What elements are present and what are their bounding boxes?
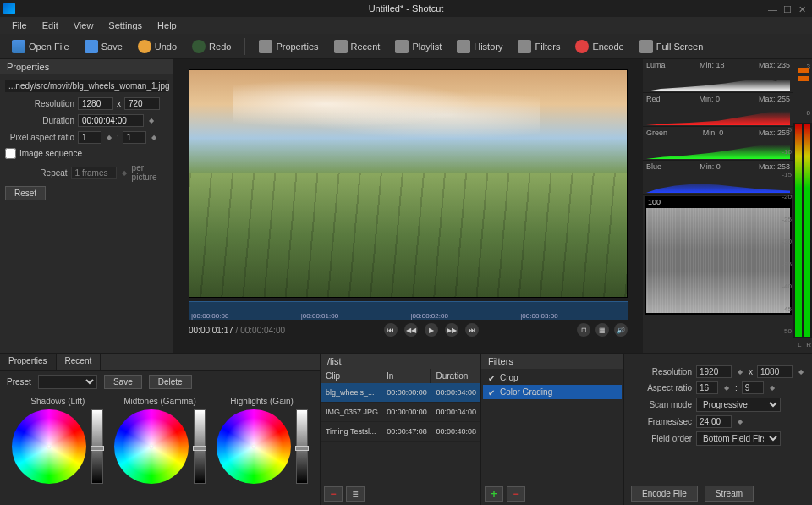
history-button[interactable]: History (452, 37, 508, 56)
duration-spinner-icon[interactable]: ◆ (147, 117, 156, 124)
preset-label: Preset (7, 377, 31, 387)
color-grading-panel: PropertiesRecent Preset Save Delete Shad… (0, 354, 320, 505)
playlist-column-header[interactable]: Clip (321, 369, 381, 383)
preset-delete-button[interactable]: Delete (149, 375, 192, 389)
play-icon[interactable]: ▶ (425, 323, 438, 337)
history-icon (457, 40, 470, 53)
resolution-height-input[interactable] (124, 97, 160, 110)
undo-button[interactable]: Undo (133, 37, 182, 56)
tab-recent[interactable]: Recent (57, 354, 102, 370)
filter-item[interactable]: ✔Color Grading (483, 385, 622, 399)
recent-button[interactable]: Recent (329, 37, 386, 56)
zoom-fit-icon[interactable]: ⊡ (577, 323, 590, 337)
encode-button[interactable]: Encode (570, 37, 628, 56)
preset-select[interactable] (38, 375, 97, 389)
preview-area: |00:00:00:00|00:00:01:00|00:00:02:00|00:… (173, 59, 643, 353)
redo-icon (192, 40, 206, 53)
grid-icon[interactable]: ▦ (595, 323, 609, 337)
toolbar: Open FileSaveUndoRedoPropertiesRecentPla… (0, 34, 812, 59)
image-sequence-checkbox[interactable] (5, 148, 16, 159)
luma-label: Luma (646, 61, 666, 69)
filter-remove-button[interactable]: − (507, 486, 525, 502)
luma-histogram (646, 71, 790, 91)
audio-meter-scale: -5-10-15-20-25-30-35-40-45-50 (778, 123, 792, 338)
window-title: Untitled* - Shotcut (369, 3, 444, 14)
field-order-select[interactable]: Bottom Field First (696, 431, 781, 446)
encode-file-button[interactable]: Encode File (631, 486, 698, 502)
ruler-tick: |00:00:02:00 (409, 312, 518, 320)
playlist-menu-button[interactable]: ≡ (346, 486, 365, 502)
preview-viewport[interactable] (189, 69, 628, 298)
luma-slider[interactable] (296, 409, 308, 484)
encode-height-input[interactable] (757, 365, 793, 378)
open-file-icon (12, 40, 25, 53)
scan-mode-select[interactable]: Progressive (696, 398, 781, 412)
filters-button[interactable]: Filters (513, 37, 565, 56)
skip-end-icon[interactable]: ⏭ (465, 323, 479, 337)
playlist-row[interactable]: IMG_0357.JPG00:00:00:0000:00:04:00 (321, 403, 480, 422)
waveform-scope: 100 (645, 196, 792, 315)
color-wheel[interactable] (217, 409, 291, 484)
encode-width-input[interactable] (696, 365, 732, 378)
menu-file[interactable]: File (5, 19, 34, 32)
properties-panel: Properties ...nedy/src/movit/blg_wheels_… (0, 59, 173, 353)
redo-button[interactable]: Redo (187, 37, 236, 56)
aspect-a-input[interactable] (696, 381, 718, 394)
resolution-width-input[interactable] (78, 97, 113, 110)
save-button[interactable]: Save (80, 37, 128, 56)
menu-settings[interactable]: Settings (102, 19, 149, 32)
undo-icon (138, 40, 151, 53)
blue-label: Blue (646, 162, 661, 171)
preset-save-button[interactable]: Save (104, 375, 142, 389)
ruler-tick: |00:00:01:00 (299, 312, 409, 320)
playlist-icon (395, 40, 409, 53)
audio-meter-right (804, 124, 810, 337)
open-file-button[interactable]: Open File (7, 37, 74, 56)
playlist-button[interactable]: Playlist (390, 37, 447, 56)
audio-meters: LR (793, 123, 812, 338)
menu-help[interactable]: Help (151, 19, 184, 32)
luma-slider[interactable] (91, 409, 103, 484)
filters-panel: Filters ✔Crop✔Color Grading + − (480, 354, 623, 505)
clip-indicator-icon (798, 76, 809, 81)
properties-button[interactable]: Properties (254, 37, 323, 56)
wheel-label: Shadows (Lift) (30, 397, 85, 406)
color-wheel[interactable] (114, 409, 189, 484)
playlist-column-header[interactable]: In (381, 369, 431, 383)
color-wheel[interactable] (12, 409, 86, 484)
window-close-icon[interactable]: ✕ (798, 4, 807, 13)
window-maximize-icon[interactable]: ☐ (783, 4, 792, 13)
par-b-input[interactable] (123, 131, 146, 144)
luma-slider[interactable] (194, 409, 206, 484)
skip-start-icon[interactable]: ⏮ (384, 323, 398, 337)
aspect-b-input[interactable] (742, 381, 764, 394)
filter-item[interactable]: ✔Crop (483, 371, 622, 385)
full-screen-icon (639, 40, 653, 53)
timeline-ruler[interactable]: |00:00:00:00|00:00:01:00|00:00:02:00|00:… (189, 301, 628, 320)
playlist-row[interactable]: blg_wheels_...00:00:00:0000:00:04:00 (321, 383, 480, 403)
ruler-tick: |00:00:03:00 (518, 312, 628, 320)
playlist-remove-button[interactable]: − (324, 486, 343, 502)
checkbox-icon: ✔ (488, 388, 497, 397)
fps-input[interactable] (696, 415, 732, 428)
menu-edit[interactable]: Edit (36, 19, 65, 32)
full-screen-button[interactable]: Full Screen (634, 37, 709, 56)
clip-indicator-icon (798, 68, 809, 73)
window-titlebar: Untitled* - Shotcut — ☐ ✕ (0, 0, 812, 17)
filter-add-button[interactable]: + (485, 486, 503, 502)
window-minimize-icon[interactable]: — (768, 4, 776, 13)
reset-button[interactable]: Reset (5, 186, 46, 200)
volume-icon[interactable]: 🔊 (614, 323, 628, 337)
rewind-icon[interactable]: ◀◀ (404, 323, 418, 337)
playlist-column-header[interactable]: Duration (431, 369, 480, 383)
duration-input[interactable] (78, 114, 144, 127)
tab-properties[interactable]: Properties (0, 354, 57, 370)
par-a-input[interactable] (78, 131, 102, 144)
wheel-label: Midtones (Gamma) (123, 397, 196, 406)
recent-icon (334, 40, 348, 53)
playlist-row[interactable]: Timing Testsl...00:00:47:0800:00:40:08 (321, 422, 480, 442)
forward-icon[interactable]: ▶▶ (445, 323, 458, 337)
par-label: Pixel aspect ratio (5, 133, 74, 142)
stream-button[interactable]: Stream (705, 486, 754, 502)
menu-view[interactable]: View (67, 19, 101, 32)
